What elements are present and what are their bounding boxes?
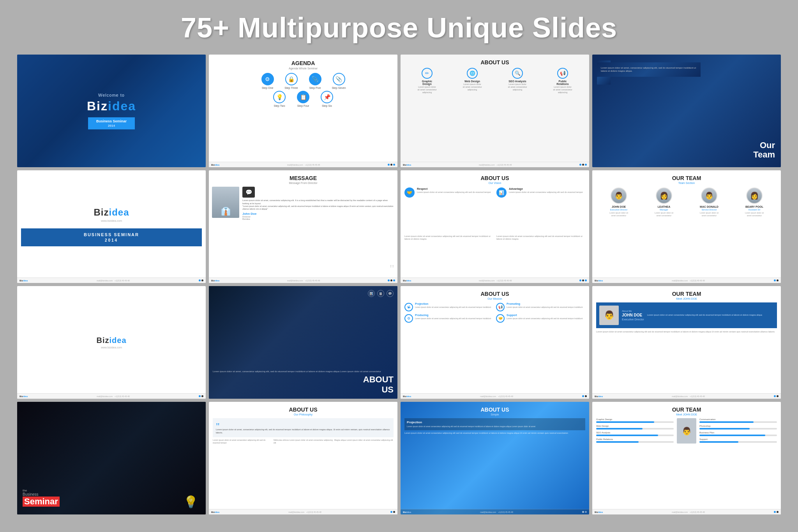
skill-supp-name: Support [699, 438, 777, 440]
john-role: Executive Director [610, 209, 628, 211]
slide13-business: Business [23, 492, 60, 497]
slide9-dots [199, 395, 203, 397]
prod-desc: Lorem ipsum dolor sit amet consectetur a… [415, 317, 491, 320]
prod-text: Producing Lorem ipsum dolor sit amet con… [415, 314, 491, 323]
slide5-brand: Bizidea [94, 207, 129, 218]
john-card: 👨 About Me JOHN DOE Executive Director L… [596, 302, 777, 328]
slide14-footer-info: mail@bizidea.com +1(213) 45-45-48 [288, 511, 321, 513]
agenda-step-1: ⚙ Step One [257, 73, 278, 89]
skill-seo: SEO Analysis [596, 431, 674, 436]
slide10-icon3: 💬 [387, 290, 394, 297]
respect-text: Respect Lorem ipsum dolor sit amet conse… [417, 187, 491, 233]
dot27 [774, 511, 776, 513]
vision-grid: 🤝 Respect Lorem ipsum dolor sit amet con… [404, 187, 585, 233]
beary-avatar: 👩 [746, 187, 763, 204]
message-content: 💬 Lorem ipsum dolor sit amet, consectetu… [242, 187, 394, 220]
slide-agenda: AGENDA Agenda Whole Seminar ⚙ Step One 🔒… [209, 55, 397, 167]
seo-label: SEO Analysis [508, 80, 526, 83]
team-grid: 👨 JOHN DOE Executive Director Lorem ipsu… [596, 187, 777, 217]
slide2-footer-dots [388, 164, 395, 166]
skill-biz: Business Plan [699, 431, 777, 436]
slide11-title: ABOUT US [404, 291, 585, 297]
dot5 [582, 164, 584, 166]
beary-desc: Lorem ipsum dolor sit amet consectetur [744, 212, 765, 217]
respect-desc: Lorem ipsum dolor sit amet consectetur a… [417, 191, 491, 194]
agenda-step-3: 📎 Step Five [304, 73, 326, 89]
skills-layout: Graphic Design Web Design SEO Analysis [596, 418, 777, 445]
skill-comm-bar [699, 421, 777, 423]
skill-pr-bar [596, 441, 674, 443]
slide14-title: ABOUT US [213, 407, 394, 413]
step2-label: Step Three [284, 87, 298, 89]
slide10-text: Lorem ipsum dolor sit amet, consectetur … [213, 370, 394, 373]
slide-about-icons: ABOUT US ✏ Graphic Design Lorem ipsum do… [401, 55, 589, 167]
skill-photo: Photoshop [699, 425, 777, 429]
skills-right: Communication Photoshop Business Plan [699, 418, 777, 445]
skill-seo-fill [596, 435, 658, 436]
graphic-text: Lorem ipsum dolor sit amet consectetur a… [417, 86, 437, 94]
dot10 [390, 279, 392, 281]
slide7-dots [579, 279, 587, 281]
mac-name: MAC DONALD [700, 205, 719, 208]
team-leathea: 👩 LEATHEA Manager Lorem ipsum dolor sit … [653, 187, 675, 217]
slide15-footer-info: mail@bizidea.com +1(213) 45-45-48 [480, 511, 513, 513]
slide6-footer: Bizidea mail@bizidea.com +1(213) 45-45-4… [209, 277, 397, 283]
dot21 [774, 395, 776, 397]
phil-col2: Nibhculas ultrices Lorem ipsum dolor sit… [274, 439, 333, 444]
slide3-title: ABOUT US [480, 59, 509, 65]
slide9-footer-logo: Bizidea [19, 395, 28, 398]
skill-pr: Public Relations [596, 438, 674, 443]
respect-label: Respect [417, 187, 491, 190]
slide-message: MESSAGE Message From Director 💬 Lorem ip… [209, 170, 397, 283]
philosophy-content: Lorem ipsum dolor sit amet, consectetur … [213, 418, 394, 437]
proj-icon: 📽 [404, 303, 413, 311]
slide-about-dark: 📊 📋 💬 Lorem ipsum dolor sit amet, consec… [209, 286, 397, 399]
slide5-year: 2014 [25, 238, 198, 242]
vision-advantage: 📊 Advantage Lorem ipsum dolor sit amet c… [496, 187, 585, 233]
supp-label: Support [507, 314, 583, 316]
agenda-steps: ⚙ Step One 🔒 Step Three 📎 Step Five 📎 St… [213, 73, 394, 89]
step2-icon: 🔒 [285, 73, 298, 85]
advantage-desc: Lorem ipsum dolor sit amet consectetur a… [509, 191, 583, 194]
agenda-step-4: 📎 Step Seven [328, 73, 350, 89]
skill-supp: Support [699, 438, 777, 443]
mac-desc: Lorem ipsum dolor sit amet consectetur [699, 212, 720, 217]
phil-col3: Magna aliqua Lorem ipsum dolor sit amet … [334, 439, 394, 444]
slide15-projection: Projection Lorem ipsum dolor sit amet co… [404, 418, 585, 430]
slide13-brand-area: the Business Seminar [23, 489, 60, 507]
dot7 [199, 279, 201, 281]
slide16-footer: Bizidea mail@bizidea.com +1(213) 45-45-4… [592, 509, 781, 514]
slide-ourteam-dark: " Lorem ipsum dolor sit amet, consectetu… [592, 55, 781, 167]
skill-graphic-fill [596, 421, 654, 423]
skill-graphic-bar [596, 421, 674, 423]
slide12-title: OUR TEAM [596, 291, 777, 297]
dot25 [582, 511, 584, 513]
dot22 [777, 395, 779, 397]
big-quote-icon: " [390, 262, 394, 275]
dot24 [393, 511, 395, 513]
skill-web-bar [596, 428, 674, 429]
phil-col3-text: Magna aliqua Lorem ipsum dolor sit amet … [334, 439, 394, 442]
skill-pr-name: Public Relations [596, 438, 674, 440]
john-avatar: 👨 [611, 187, 627, 204]
slide-welcome: Welcome to Bizidea Business Seminar 2014 [17, 55, 206, 167]
slide14-sub: Our Philosophy [213, 413, 394, 416]
slide13-the: the [23, 489, 60, 492]
slide3-footer-dots [579, 164, 587, 166]
vision-text1: Lorem ipsum dolor sit amet consectetur a… [404, 235, 493, 280]
slide11-footer: Bizidea mail@bizidea.com +1(213) 45-45-4… [401, 393, 589, 399]
message-text: Lorem ipsum dolor sit amet, consectetur … [242, 199, 394, 205]
philosophy-quote-text: Lorem ipsum dolor sit amet, consectetur … [216, 428, 390, 434]
slide-ourteam-skills: OUR TEAM Meet JOHN DOE Graphic Design We… [592, 402, 781, 514]
slide10-bg: 📊 📋 💬 Lorem ipsum dolor sit amet, consec… [209, 286, 397, 399]
slide-biz-white: Bizidea www.bizidea.com Bizidea mail@biz… [17, 286, 206, 399]
john-card-text: Lorem ipsum dolor sit amet consectetur a… [647, 314, 774, 317]
leathea-desc: Lorem ipsum dolor sit amet consectetur [653, 212, 675, 217]
slide1-year: 2014 [96, 124, 127, 127]
slide5-dots [199, 279, 203, 281]
slide16-dots [774, 511, 779, 513]
slide14-footer-logo: Bizidea [211, 511, 219, 513]
slide12-footer: Bizidea mail@bizidea.com +1(213) 45-45-4… [592, 393, 781, 399]
slide15-title: ABOUT US [404, 407, 585, 413]
slide10-icon2: 📋 [377, 290, 384, 297]
